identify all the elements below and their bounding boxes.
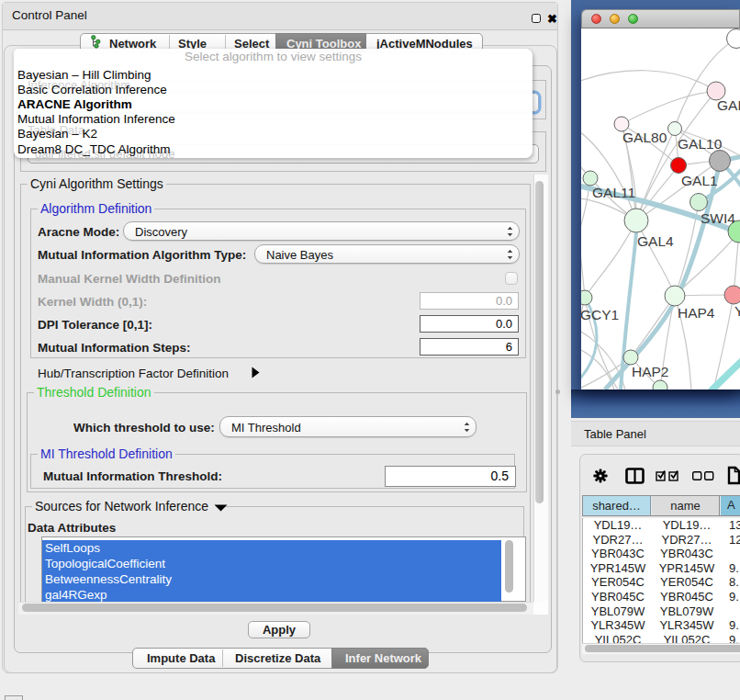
- svg-text:GAL1: GAL1: [681, 173, 718, 188]
- svg-text:HAP2: HAP2: [632, 364, 669, 379]
- svg-text:Y: Y: [734, 303, 740, 319]
- svg-text:GAL11: GAL11: [592, 185, 635, 200]
- svg-text:SWI4: SWI4: [701, 210, 735, 226]
- svg-text:HAP4: HAP4: [678, 305, 715, 321]
- svg-text:GAL2: GAL2: [717, 97, 740, 113]
- svg-text:GCY1: GCY1: [581, 307, 619, 322]
- svg-text:GAL80: GAL80: [622, 130, 667, 145]
- svg-text:GAL4: GAL4: [637, 233, 674, 249]
- svg-text:GAL10: GAL10: [678, 136, 723, 152]
